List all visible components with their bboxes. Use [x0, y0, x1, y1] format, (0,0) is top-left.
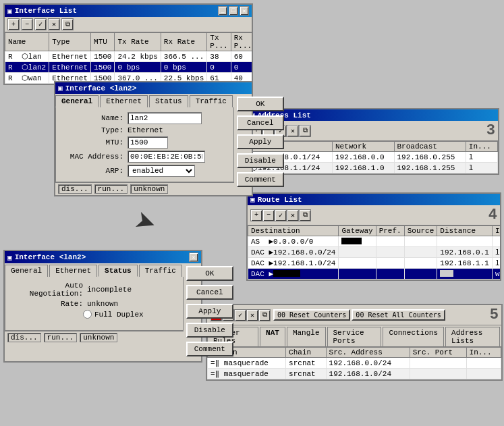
reset-counters-button[interactable]: 00 Reset Counters [273, 309, 350, 321]
firewall-window: + − ✓ ✕ ⧉ 00 Reset Counters 00 Reset All… [206, 304, 503, 381]
name-label: Name: [63, 114, 123, 122]
close-button[interactable]: ✕ [189, 252, 198, 262]
tab-mangle[interactable]: Mangle [287, 327, 326, 346]
table-row[interactable]: DAC ▶ wan [248, 269, 501, 279]
row-source [404, 269, 437, 279]
table-row[interactable]: AS ▶0.0.0.0/0 [248, 236, 501, 247]
status-dialog-body: General Ethernet Status Traffic Auto Neg… [5, 263, 201, 361]
table-row[interactable]: R ⬡lan2 Ethernet 1500 0 bps 0 bps 0 0 [5, 62, 252, 73]
autoneg-value: incomplete [87, 286, 132, 294]
status-run: run... [94, 184, 128, 194]
ok-button[interactable]: OK [237, 97, 284, 111]
type-value: Ethernet [128, 126, 163, 134]
interface-general-title-bar: ▣ Interface <lan2> [55, 82, 252, 94]
tab-ethernet[interactable]: Ethernet [100, 95, 148, 107]
add-button[interactable]: + [250, 209, 262, 221]
status-win-controls: ✕ [189, 252, 198, 262]
cross-button[interactable]: ✕ [287, 125, 299, 137]
status-tab-content: Auto Negotiation: incomplete Rate: unkno… [5, 277, 184, 331]
row-iface [466, 369, 501, 379]
col-pref: Pref. [376, 226, 404, 236]
row-dest: DAC ▶192.168.1.0/24 [248, 258, 339, 269]
cancel-button[interactable]: Cancel [237, 115, 284, 130]
tab-status[interactable]: Status [149, 95, 188, 107]
tab-service-ports[interactable]: Service Ports [327, 327, 382, 346]
arp-label: ARP: [63, 167, 123, 175]
cross-button[interactable]: ✕ [48, 18, 60, 30]
remove-button[interactable]: − [262, 209, 275, 221]
table-row[interactable]: DAC ▶192.168.1.0/24 192.168.1.1 lan [248, 258, 501, 269]
row-distance [437, 236, 493, 247]
row-gateway [339, 247, 376, 258]
apply-button[interactable]: Apply [186, 304, 233, 319]
table-row[interactable]: DAC ▶192.168.0.0/24 192.168.0.1 lan [248, 247, 501, 258]
window-icon: ▣ [7, 7, 12, 16]
maximize-button[interactable]: □ [229, 6, 238, 16]
table-row[interactable]: =‖ masquerade srcnat 192.168.1.0/24 [208, 369, 501, 379]
general-dialog-body: General Ethernet Status Traffic Name: Ty… [55, 94, 252, 195]
tab-traffic[interactable]: Traffic [190, 95, 233, 107]
name-input[interactable] [128, 112, 202, 124]
check-button[interactable]: ✓ [275, 209, 287, 221]
tab-general[interactable]: General [55, 95, 99, 107]
tab-general[interactable]: General [5, 265, 48, 277]
reset-all-counters-button[interactable]: 00 Reset All Counters [352, 309, 445, 321]
row-rxp: 0 [231, 62, 252, 73]
row-src-port [410, 369, 466, 379]
apply-button[interactable]: Apply [237, 134, 284, 149]
address-badge: 3 [486, 122, 495, 139]
tab-address-lists[interactable]: Address Lists [445, 327, 500, 346]
tab-status[interactable]: Status [99, 265, 138, 277]
close-button[interactable]: ✕ [240, 6, 249, 16]
row-source [404, 236, 437, 247]
table-row[interactable]: =‖ masquerade srcnat 192.168.0.0/24 [208, 358, 501, 369]
comment-button[interactable]: Comment [186, 342, 233, 356]
cross-button[interactable]: ✕ [287, 209, 299, 221]
route-list-table-container: Destination Gateway Pref. Source Distanc… [248, 225, 500, 279]
row-iface [466, 358, 501, 369]
rate-row: Rate: unknown [12, 300, 176, 308]
row-distance: 192.168.1.1 [437, 258, 493, 269]
table-row[interactable]: R ⬡lan Ethernet 1500 24.2 kbps 366.5 ...… [5, 51, 252, 62]
mtu-input[interactable] [128, 136, 168, 149]
status-unknown: unknown [130, 184, 168, 194]
copy-button[interactable]: ⧉ [299, 209, 311, 221]
comment-button[interactable]: Comment [237, 172, 284, 187]
row-chain: srcnat [286, 369, 327, 379]
route-list-title-bar: ▣ Route List [248, 194, 500, 205]
status-run: run... [44, 333, 78, 342]
arp-select[interactable]: enabled disabled [128, 165, 195, 177]
copy-button[interactable]: ⧉ [299, 125, 311, 137]
type-row: Type: Ethernet [63, 126, 227, 134]
autoneg-label: Auto Negotiation: [12, 282, 83, 298]
tab-traffic[interactable]: Traffic [139, 265, 182, 277]
remove-button[interactable]: − [21, 18, 33, 30]
status-dis: dis... [58, 184, 92, 194]
status-tabs: General Ethernet Status Traffic [5, 263, 184, 277]
col-source: Source [404, 226, 437, 236]
col-network: Network [332, 142, 394, 152]
fw-cross-button[interactable]: ✕ [246, 309, 258, 321]
minimize-button[interactable]: _ [218, 6, 227, 16]
copy-button[interactable]: ⧉ [61, 18, 74, 30]
general-tab-content: Name: Type: Ethernet MTU: MAC Address: A… [55, 107, 234, 182]
fw-copy-button[interactable]: ⧉ [258, 309, 271, 321]
disable-button[interactable]: Disable [186, 323, 233, 338]
row-broadcast: 192.168.1.255 [394, 163, 466, 174]
check-button[interactable]: ✓ [34, 18, 47, 30]
row-txp: 0 [207, 62, 231, 73]
cancel-button[interactable]: Cancel [186, 285, 233, 300]
tab-ethernet[interactable]: Ethernet [49, 265, 97, 277]
tab-connections[interactable]: Connections [383, 327, 444, 346]
interface-list-title-bar: ▣ Interface List _ □ ✕ [5, 5, 252, 17]
mac-input[interactable] [128, 151, 205, 163]
disable-button[interactable]: Disable [237, 153, 284, 168]
add-button[interactable]: + [7, 18, 20, 30]
col-src-port: Src. Port [410, 348, 466, 358]
interface-general-title: Interface <lan2> [65, 84, 249, 92]
status-status-bar: dis... run... unknown [5, 331, 184, 344]
ok-button[interactable]: OK [186, 266, 233, 281]
row-src-port [410, 358, 466, 369]
duplex-radio[interactable] [83, 310, 92, 319]
tab-nat[interactable]: NAT [260, 327, 285, 346]
